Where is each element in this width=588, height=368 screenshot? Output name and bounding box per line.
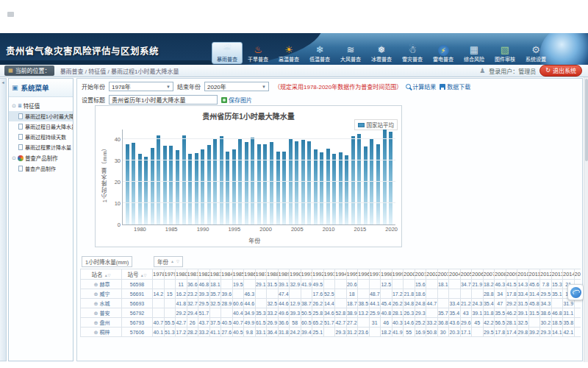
start-year-select[interactable]: 1978年 ▼: [109, 82, 173, 91]
sidebar-item-0-2[interactable]: 暴雨过程持续天数: [9, 132, 73, 142]
value-cell-2004: [449, 280, 461, 289]
save-icon: [440, 84, 445, 90]
nav-item-map-review[interactable]: ▧图件审核: [490, 42, 520, 64]
floating-widget[interactable]: [567, 284, 584, 300]
sidebar-item-0-1[interactable]: 暴雨过程日最大降水量: [9, 121, 73, 132]
expand-icon[interactable]: ⊕: [94, 330, 98, 335]
value-cell-2004: [449, 289, 461, 299]
sidebar-item-1-0[interactable]: 普查产品制作: [9, 163, 73, 174]
value-cell-2006: 45: [472, 318, 484, 328]
nav-item-rainstorm[interactable]: ☔暴雨普查: [212, 42, 243, 64]
value-cell-1986: 34.9: [244, 308, 256, 318]
scrollbar[interactable]: [584, 77, 588, 362]
end-year-select[interactable]: 2020年 ▼: [204, 82, 269, 91]
value-cell-1980: 29.2: [176, 308, 187, 318]
x-tick-label: 2005: [291, 226, 304, 233]
expand-icon[interactable]: ⊕: [94, 291, 98, 297]
value-cell-2006: [472, 328, 484, 337]
station-name: 赫章: [99, 282, 110, 287]
value-cell-2010: 33.4: [517, 289, 529, 299]
expand-icon[interactable]: ⊕: [94, 301, 98, 306]
expand-icon[interactable]: ⊕: [94, 311, 98, 316]
value-cell-1993: [323, 280, 335, 289]
value-cell-2001: 24.8: [415, 299, 426, 308]
settings-icon: ⚙: [521, 44, 551, 56]
value-cell-1995: 31.2: [346, 328, 358, 337]
measure-filter-box[interactable]: 1小时降水量(mm): [82, 256, 132, 267]
station-name-cell[interactable]: ⊕赫章: [81, 280, 122, 289]
expand-icon[interactable]: ⊕: [94, 320, 98, 325]
tree-toggle-icon[interactable]: ⊙: [12, 155, 16, 161]
station-name-cell[interactable]: ⊕桐梓: [81, 328, 122, 337]
sort-asc-icon: ▲: [171, 260, 174, 263]
value-cell-2011: [528, 318, 540, 328]
value-cell-2006: 21.9: [472, 280, 484, 289]
station-name-cell[interactable]: ⊕普安: [81, 308, 122, 318]
tree-toggle-icon[interactable]: ⊙: [12, 103, 16, 109]
nav-item-cold[interactable]: ❄低温普查: [304, 42, 335, 64]
nav-item-label: 高温普查: [274, 56, 304, 63]
value-cell-2008: 17.8: [495, 328, 506, 337]
bar-2015: [357, 134, 361, 224]
value-cell-1984: 28.9: [221, 299, 233, 308]
download-button[interactable]: 数据下载: [440, 82, 470, 91]
save-image-button[interactable]: 保存图片: [221, 96, 252, 104]
value-cell-1999: 40.3: [392, 318, 404, 328]
value-cell-2002: 33.2: [426, 318, 438, 328]
logout-button[interactable]: ↻ 退出系统: [539, 65, 582, 77]
tree-node-0[interactable]: ⊙≣特征值: [9, 100, 73, 111]
nav-item-heat[interactable]: ☀高温普查: [273, 42, 304, 64]
nav-item-wind[interactable]: ≋大风普查: [335, 42, 366, 64]
nav-item-lightning[interactable]: ⚡雷电普查: [428, 42, 459, 64]
legend-label: 国家站平均: [367, 121, 395, 129]
station-name: 威宁: [99, 291, 110, 297]
nav-item-settings[interactable]: ⚙系统设置: [520, 42, 551, 64]
bar-2000: [263, 144, 267, 225]
value-cell-2005: 43: [460, 308, 472, 318]
col-header-2002: 2002: [426, 269, 438, 280]
value-cell-1983: 35.7: [209, 289, 221, 299]
sidebar-collapse-handle[interactable]: ◂: [0, 78, 7, 361]
value-cell-1994: 42.7: [335, 318, 347, 328]
col-header-station-id[interactable]: 站号 ▲▽: [122, 269, 153, 280]
value-cell-1981: 32.7: [187, 299, 198, 308]
breadcrumb-bar: ▦ 当前的位置： 暴雨普查 / 特征值 / 暴雨过程1小时最大降水量 ♟ 登录用…: [0, 65, 588, 77]
value-cell-1990: 39.3: [290, 308, 301, 318]
value-cell-1997: 25.9: [369, 308, 381, 318]
year-sort-box[interactable]: 年份 ▲ ▽: [154, 256, 183, 267]
value-cell-1995: 18.7: [346, 299, 358, 308]
nav-item-hail[interactable]: ❅冰雹普查: [366, 42, 397, 64]
chart-title-input[interactable]: 贵州省历年1小时最大降水量: [109, 95, 218, 105]
legend-swatch: [358, 123, 365, 127]
value-cell-2008: 35.5: [495, 308, 506, 318]
col-header-2001: 2001: [415, 269, 426, 280]
nav-item-snow[interactable]: ☃雪灾普查: [397, 42, 428, 64]
nav-item-risk[interactable]: ▦综合风险: [459, 42, 490, 64]
value-cell-2015: [574, 328, 581, 337]
bar-2005: [295, 141, 298, 224]
table-row: ⊕盘州5679340.755.542.72643.737.540.540.749…: [81, 318, 581, 328]
col-header-2004: 2004: [449, 269, 461, 280]
value-cell-1981: 29.4: [187, 308, 198, 318]
station-name-cell[interactable]: ⊕盘州: [81, 318, 122, 328]
calculate-button[interactable]: 计算结果: [406, 82, 436, 91]
nav-item-drought[interactable]: ♨干旱普查: [243, 42, 273, 64]
col-header-station-name[interactable]: 站名 ▲▽: [81, 269, 122, 280]
col-header-1992: 1992: [312, 269, 324, 280]
y-tick-label: 40: [115, 136, 121, 143]
station-name-cell[interactable]: ⊕水城: [81, 299, 122, 308]
sidebar-item-label: 暴雨过程日最大降水量: [25, 123, 73, 130]
calculate-label: 计算结果: [412, 82, 436, 91]
scrollbar-thumb[interactable]: [585, 79, 588, 161]
sidebar-item-0-3[interactable]: 暴雨过程累计降水量: [9, 142, 73, 152]
bar-1986: [176, 150, 179, 224]
value-cell-2007: 35.4: [483, 299, 495, 308]
tree-node-1[interactable]: ⊙普查产品制作: [9, 152, 73, 163]
station-name-cell[interactable]: ⊕威宁: [81, 289, 122, 299]
expand-icon[interactable]: ⊕: [94, 282, 98, 287]
sidebar-item-0-0[interactable]: 暴雨过程1小时最大降水量: [9, 111, 73, 121]
col-header-1998: 1998: [381, 269, 392, 280]
value-cell-1995: 38.9: [346, 308, 358, 318]
value-cell-1991: [301, 289, 312, 299]
col-header-1983: 1983: [209, 269, 221, 280]
